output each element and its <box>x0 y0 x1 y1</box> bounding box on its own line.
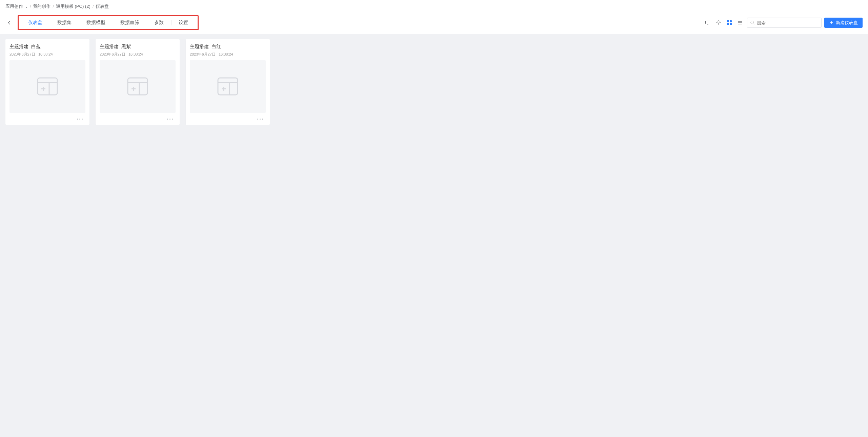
tab-data-model[interactable]: 数据模型 <box>79 17 113 28</box>
list-view-icon[interactable] <box>736 19 744 27</box>
card-date: 2023年6月27日 16:38:24 <box>100 52 176 57</box>
svg-rect-0 <box>706 21 710 24</box>
chevron-left-icon <box>7 20 11 25</box>
search-field[interactable] <box>757 20 819 25</box>
chevron-down-icon: ⌄ <box>25 5 28 8</box>
grid-view-icon[interactable] <box>725 19 733 27</box>
svg-point-1 <box>718 22 719 23</box>
tab-data-lineage[interactable]: 数据血缘 <box>113 17 147 28</box>
toolbar-left: 仪表盘 数据集 数据模型 数据血缘 参数 设置 <box>5 15 199 30</box>
breadcrumb: 应用创作 ⌄ / 我的创作 / 通用模板 (PC) (2) / 仪表盘 <box>0 0 868 13</box>
svg-point-9 <box>751 21 754 24</box>
dashboard-placeholder-icon <box>216 77 240 97</box>
tab-params[interactable]: 参数 <box>147 17 171 28</box>
card-thumbnail <box>190 60 266 113</box>
svg-rect-21 <box>218 78 238 95</box>
svg-rect-3 <box>730 20 732 22</box>
dashboard-card[interactable]: 主题搭建_白红 2023年6月27日 16:38:24 <box>186 39 270 125</box>
search-input[interactable] <box>747 18 822 28</box>
breadcrumb-item-0[interactable]: 应用创作 ⌄ <box>5 3 28 9</box>
toolbar: 仪表盘 数据集 数据模型 数据血缘 参数 设置 ＋ 新建仪表盘 <box>0 13 868 34</box>
tab-bar: 仪表盘 数据集 数据模型 数据血缘 参数 设置 <box>21 17 196 28</box>
svg-rect-16 <box>128 78 147 95</box>
svg-rect-4 <box>727 23 729 25</box>
svg-rect-5 <box>730 23 732 25</box>
breadcrumb-label: 通用模板 (PC) (2) <box>56 4 90 9</box>
dashboard-placeholder-icon <box>36 77 59 97</box>
breadcrumb-separator: / <box>53 4 54 9</box>
card-more-icon[interactable] <box>74 114 85 122</box>
card-date: 2023年6月27日 16:38:24 <box>9 52 85 57</box>
card-footer <box>190 113 266 123</box>
breadcrumb-item-3[interactable]: 仪表盘 <box>96 3 109 9</box>
new-dashboard-label: 新建仪表盘 <box>836 20 858 26</box>
breadcrumb-item-2[interactable]: 通用模板 (PC) (2) <box>56 3 90 9</box>
card-more-icon[interactable] <box>255 114 266 122</box>
breadcrumb-item-1[interactable]: 我的创作 <box>33 3 51 9</box>
breadcrumb-label: 我的创作 <box>33 4 51 9</box>
card-thumbnail <box>100 60 176 113</box>
tab-dataset[interactable]: 数据集 <box>50 17 79 28</box>
breadcrumb-separator: / <box>30 4 31 9</box>
dashboard-card[interactable]: 主题搭建_黑紫 2023年6月27日 16:38:24 <box>96 39 180 125</box>
search-icon <box>750 20 755 25</box>
monitor-icon[interactable] <box>704 19 712 27</box>
card-footer <box>100 113 176 123</box>
dashboard-card[interactable]: 主题搭建_白蓝 2023年6月27日 16:38:24 <box>5 39 89 125</box>
card-title: 主题搭建_白红 <box>190 44 266 50</box>
card-date: 2023年6月27日 16:38:24 <box>190 52 266 57</box>
card-thumbnail <box>9 60 85 113</box>
card-footer <box>9 113 85 123</box>
svg-rect-11 <box>38 78 57 95</box>
svg-rect-2 <box>727 20 729 22</box>
card-more-icon[interactable] <box>164 114 176 122</box>
card-grid: 主题搭建_白蓝 2023年6月27日 16:38:24 主题搭建_黑紫 2023… <box>0 39 868 125</box>
tab-settings[interactable]: 设置 <box>171 17 196 28</box>
new-dashboard-button[interactable]: ＋ 新建仪表盘 <box>824 18 863 28</box>
plus-icon: ＋ <box>829 20 834 26</box>
tab-dashboard[interactable]: 仪表盘 <box>21 17 50 28</box>
card-title: 主题搭建_白蓝 <box>9 44 85 50</box>
tab-highlight-annotation: 仪表盘 数据集 数据模型 数据血缘 参数 设置 <box>18 15 199 30</box>
gear-icon[interactable] <box>714 19 723 27</box>
breadcrumb-label: 应用创作 <box>5 4 23 9</box>
breadcrumb-label: 仪表盘 <box>96 4 109 9</box>
card-title: 主题搭建_黑紫 <box>100 44 176 50</box>
toolbar-right: ＋ 新建仪表盘 <box>704 18 863 28</box>
breadcrumb-separator: / <box>93 4 94 9</box>
dashboard-placeholder-icon <box>126 77 149 97</box>
back-button[interactable] <box>5 19 13 26</box>
svg-line-10 <box>753 24 754 25</box>
